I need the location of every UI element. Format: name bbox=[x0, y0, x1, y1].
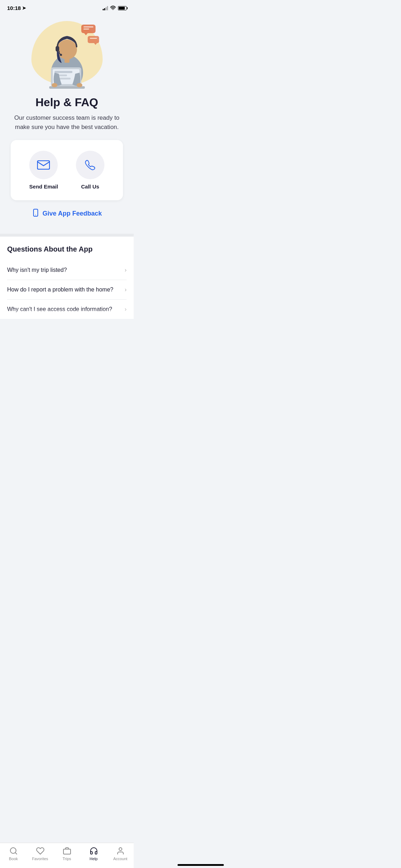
svg-point-0 bbox=[113, 9, 113, 10]
page-title: Help & FAQ bbox=[35, 96, 98, 109]
wifi-icon bbox=[110, 5, 116, 11]
status-bar: 10:18 ➤ bbox=[0, 0, 134, 14]
page-subtitle: Our customer success team is ready to ma… bbox=[11, 113, 123, 131]
contact-card: Send Email Call Us bbox=[11, 140, 123, 200]
status-time: 10:18 ➤ bbox=[7, 5, 26, 11]
faq-question-2: How do I report a problem with the home? bbox=[7, 286, 125, 293]
svg-rect-3 bbox=[56, 46, 59, 52]
faq-question-3: Why can't I see access code information? bbox=[7, 306, 125, 312]
feedback-label: Give App Feedback bbox=[42, 210, 102, 217]
hero-illustration bbox=[31, 17, 103, 89]
faq-question-1: Why isn't my trip listed? bbox=[7, 267, 125, 273]
faq-item-3[interactable]: Why can't I see access code information?… bbox=[7, 300, 127, 319]
battery-indicator bbox=[118, 6, 127, 10]
svg-rect-8 bbox=[55, 71, 72, 73]
signal-strength bbox=[103, 6, 108, 10]
svg-point-12 bbox=[52, 83, 57, 87]
faq-chevron-1: › bbox=[125, 267, 127, 273]
svg-point-4 bbox=[60, 54, 62, 56]
hero-section: Help & FAQ Our customer success team is … bbox=[0, 14, 134, 234]
feedback-phone-icon bbox=[32, 209, 40, 218]
phone-icon bbox=[85, 160, 96, 170]
faq-chevron-2: › bbox=[125, 286, 127, 293]
status-icons bbox=[103, 5, 127, 11]
send-email-button[interactable]: Send Email bbox=[29, 151, 58, 190]
feedback-button[interactable]: Give App Feedback bbox=[32, 207, 102, 227]
location-icon: ➤ bbox=[22, 5, 26, 11]
faq-item-1[interactable]: Why isn't my trip listed? › bbox=[7, 260, 127, 280]
svg-point-2 bbox=[57, 40, 77, 60]
email-icon bbox=[37, 160, 50, 170]
section-divider bbox=[0, 234, 134, 237]
call-label: Call Us bbox=[81, 184, 99, 190]
faq-section-title: Questions About the App bbox=[7, 245, 127, 253]
mobile-phone-icon bbox=[32, 209, 40, 217]
faq-chevron-3: › bbox=[125, 306, 127, 312]
svg-rect-14 bbox=[37, 161, 50, 169]
person-illustration bbox=[44, 21, 90, 89]
email-circle bbox=[29, 151, 58, 179]
svg-point-16 bbox=[35, 215, 36, 216]
time-display: 10:18 bbox=[7, 5, 21, 11]
svg-rect-5 bbox=[65, 58, 70, 63]
svg-point-13 bbox=[77, 83, 82, 87]
email-label: Send Email bbox=[29, 184, 58, 190]
faq-section: Questions About the App Why isn't my tri… bbox=[0, 237, 134, 319]
phone-circle bbox=[76, 151, 104, 179]
faq-item-2[interactable]: How do I report a problem with the home?… bbox=[7, 280, 127, 300]
call-us-button[interactable]: Call Us bbox=[76, 151, 104, 190]
